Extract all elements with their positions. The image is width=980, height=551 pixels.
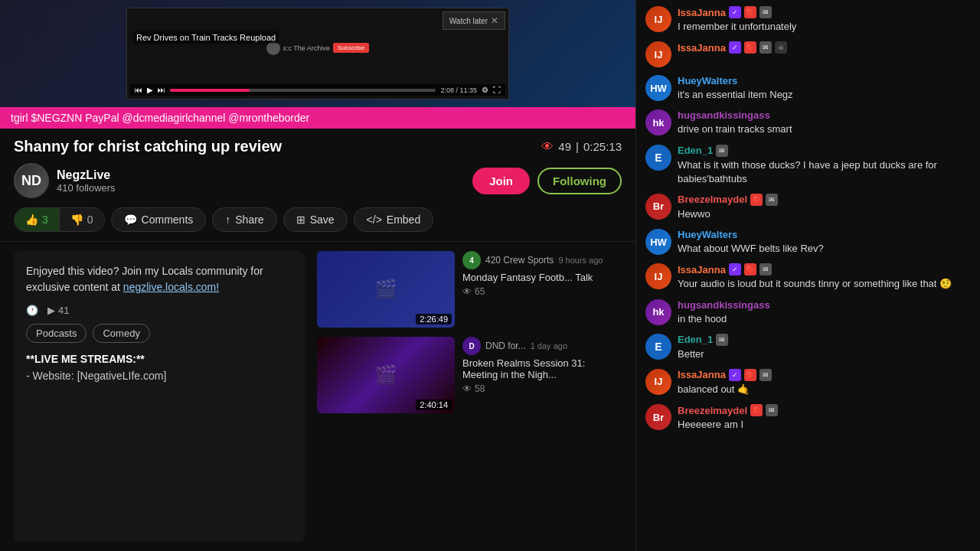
- chat-badge-purple: ✓: [729, 6, 741, 18]
- like-button[interactable]: 👍 3: [15, 208, 60, 231]
- chat-text: drive on train tracks smart: [678, 122, 971, 136]
- rec-channel-row: D DND for... 1 day ago: [462, 337, 622, 355]
- chat-avatar: Br: [645, 194, 671, 220]
- time-display: 2:08 / 11:35: [440, 86, 477, 94]
- chat-message: Br Breezelmaydel 🔴✉ Hewwo: [645, 194, 971, 221]
- join-button[interactable]: Join: [472, 168, 530, 194]
- comments-icon: 💬: [124, 214, 137, 226]
- chat-badge-purple: ✓: [729, 263, 741, 276]
- comments-button[interactable]: 💬 Comments: [111, 207, 207, 232]
- like-count: 3: [42, 214, 48, 226]
- chat-avatar: E: [645, 334, 671, 360]
- chat-avatar: IJ: [645, 263, 671, 289]
- like-dislike-group: 👍 3 👎 0: [14, 207, 105, 232]
- chat-username: HueyWalters: [678, 229, 737, 240]
- eye-icon: 👁: [462, 383, 472, 394]
- play-button[interactable]: ▶: [147, 86, 153, 94]
- tag-comedy[interactable]: Comedy: [93, 324, 149, 343]
- channel-avatar: ND: [14, 163, 49, 198]
- rec-channel-avatar: D: [462, 337, 481, 355]
- chat-username-row: hugsandkissingass: [678, 299, 971, 311]
- chat-avatar: IJ: [645, 6, 671, 32]
- share-button[interactable]: ↑ Share: [212, 207, 276, 232]
- watch-later-label: Watch later: [449, 17, 488, 25]
- chat-text: it's an essential item Negz: [678, 88, 971, 102]
- description-box: Enjoyed this video? Join my Locals commu…: [14, 251, 305, 542]
- chat-badge-mail: ✉: [766, 404, 778, 416]
- rec-duration: 2:26:49: [416, 314, 452, 324]
- thumbs-down-icon: 👎: [70, 214, 83, 226]
- tag-podcasts[interactable]: Podcasts: [26, 324, 87, 343]
- video-controls: ⏮ ▶ ⏭ 2:08 / 11:35 ⚙ ⛶: [130, 84, 505, 96]
- share-icon: ↑: [225, 214, 230, 226]
- dislike-button[interactable]: 👎 0: [60, 208, 104, 231]
- thumbs-up-icon: 👍: [25, 214, 38, 226]
- settings-icon[interactable]: ⚙: [482, 86, 488, 94]
- chat-username: Eden_1: [678, 334, 713, 345]
- channel-name: NegzLive: [57, 168, 465, 182]
- chat-badge-red: 🔴: [744, 263, 756, 276]
- chat-badge-purple: ✓: [729, 41, 741, 54]
- chat-avatar: E: [645, 145, 671, 171]
- fullscreen-icon[interactable]: ⛶: [493, 86, 501, 94]
- eye-icon: 👁: [462, 286, 472, 297]
- save-button[interactable]: ⊞ Save: [283, 207, 348, 232]
- chat-content: Eden_1 ✉ Better: [678, 334, 971, 361]
- chat-content: IssaJanna ✓🔴✉ I remember it unfortunatel…: [678, 6, 971, 34]
- chat-username: hugsandkissingass: [678, 109, 770, 121]
- video-player[interactable]: Rev Drives on Train Tracks Reupload Watc…: [0, 0, 635, 107]
- channel-followers: 410 followers: [57, 182, 465, 194]
- chat-badge-red: 🔴: [744, 6, 756, 18]
- chat-username-row: HueyWalters: [678, 75, 971, 86]
- chat-text: What is it with those ducks? I have a je…: [678, 158, 971, 186]
- chat-text: in the hood: [678, 312, 971, 326]
- chat-panel: IJ IssaJanna ✓🔴✉ I remember it unfortuna…: [635, 0, 980, 551]
- following-button[interactable]: Following: [537, 168, 622, 194]
- chat-content: hugsandkissingass in the hood: [678, 299, 971, 326]
- chat-badge-purple: ✓: [729, 369, 741, 381]
- chat-message: IJ IssaJanna ✓🔴✉ Your audio is loud but …: [645, 263, 971, 291]
- chat-avatar: HW: [645, 75, 671, 101]
- chat-badge-mail: ✉: [760, 263, 772, 276]
- chat-badge-skull: ☠: [775, 41, 787, 54]
- description-text: Enjoyed this video? Join my Locals commu…: [26, 263, 292, 295]
- chat-text: What about WWF belts like Rev?: [678, 242, 971, 256]
- chat-badge-mail: ✉: [760, 369, 772, 381]
- chat-badge-mail: ✉: [760, 6, 772, 18]
- action-row: 👍 3 👎 0 💬 Comments ↑ Share ⊞ Save: [14, 207, 622, 232]
- chat-message: IJ IssaJanna ✓🔴✉ I remember it unfortuna…: [645, 6, 971, 34]
- play-number: 41: [58, 305, 69, 316]
- chat-text: balanced out 🤙: [678, 383, 971, 396]
- rec-item[interactable]: 🎬 2:40:14 D DND for... 1 day ago Broken …: [317, 337, 622, 413]
- embed-button[interactable]: </> Embed: [354, 207, 434, 232]
- chat-text: Better: [678, 347, 971, 361]
- chat-text: Heeeeere am I: [678, 418, 971, 432]
- rec-item[interactable]: 🎬 2:26:49 4 420 Crew Sports 9 hours ago …: [317, 251, 622, 328]
- embed-icon: </>: [367, 214, 382, 226]
- left-panel: Rev Drives on Train Tracks Reupload Watc…: [0, 0, 635, 551]
- locals-link[interactable]: negzlive.locals.com!: [123, 281, 219, 293]
- chat-message: E Eden_1 ✉ What is it with those ducks? …: [645, 145, 971, 186]
- tags-row: Podcasts Comedy: [26, 324, 292, 343]
- video-overlay-title: Rev Drives on Train Tracks Reupload: [133, 31, 279, 44]
- rec-thumbnail: 🎬 2:40:14: [317, 337, 455, 413]
- chat-badge-red: 🔴: [744, 369, 756, 381]
- subscribe-button[interactable]: Subscribe: [333, 43, 370, 53]
- channel-info: NegzLive 410 followers: [57, 168, 465, 194]
- chat-avatar: HW: [645, 229, 671, 255]
- next-button[interactable]: ⏭: [158, 86, 165, 94]
- chat-username: Breezelmaydel: [678, 405, 747, 416]
- chat-username: Eden_1: [678, 145, 713, 156]
- chat-username-row: IssaJanna ✓🔴✉: [678, 263, 971, 276]
- chat-username: Breezelmaydel: [678, 194, 747, 205]
- description-meta: 🕐 ▶ 41: [26, 305, 292, 316]
- progress-bar[interactable]: [170, 89, 436, 92]
- prev-button[interactable]: ⏮: [135, 86, 142, 94]
- watch-later-close-icon[interactable]: ✕: [491, 15, 498, 26]
- video-inner: Rev Drives on Train Tracks Reupload Watc…: [126, 8, 509, 99]
- chat-message: HW HueyWalters it's an essential item Ne…: [645, 75, 971, 102]
- chat-area: IJ IssaJanna ✓🔴✉ I remember it unfortuna…: [636, 0, 980, 551]
- chat-text: Hewwo: [678, 207, 971, 221]
- chat-message: E Eden_1 ✉ Better: [645, 334, 971, 361]
- chat-username-row: IssaJanna ✓🔴✉: [678, 6, 971, 18]
